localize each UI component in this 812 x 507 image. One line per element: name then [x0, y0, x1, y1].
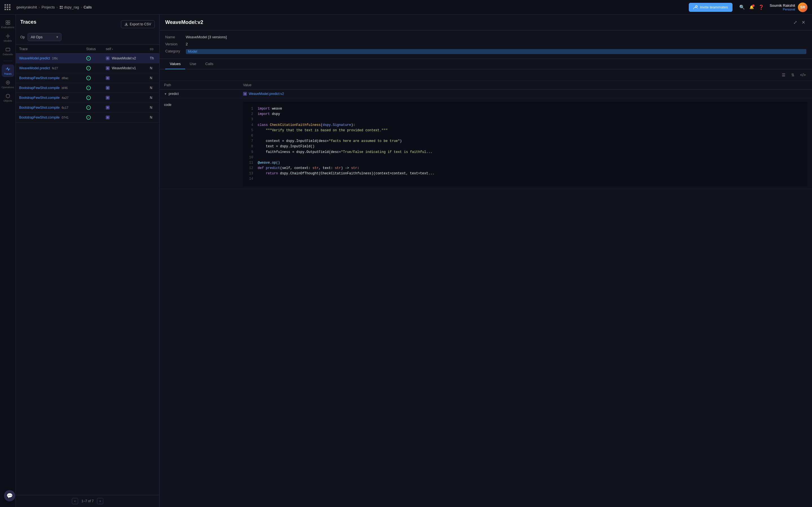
- table-row[interactable]: BootstrapFewShot.compile 6c17 ✓ ⊞ N: [16, 103, 159, 113]
- sidebar-item-traces[interactable]: Traces: [2, 64, 14, 77]
- main-layout: Evaluations Models Datasets Traces Opera…: [0, 15, 812, 507]
- chevron-down-icon[interactable]: ▼: [164, 93, 167, 96]
- topnav: geekyrakshit › Projects › dspy_rag › Cal…: [0, 0, 812, 15]
- trace-name-link[interactable]: BootstrapFewShot.compile: [19, 115, 59, 119]
- trace-name-link[interactable]: WeaveModel.predict: [19, 66, 50, 70]
- list-view-button[interactable]: ☰: [780, 71, 787, 78]
- trace-name-link[interactable]: BootstrapFewShot.compile: [19, 86, 59, 90]
- name-label: Name: [165, 35, 180, 39]
- chat-button[interactable]: 💬: [4, 490, 15, 501]
- sidebar-item-models[interactable]: Models: [2, 32, 14, 44]
- line-number: 11: [248, 160, 253, 166]
- code-line: 9 faithfulness = dspy.OutputField(desc="…: [248, 150, 803, 155]
- predict-row: ▼ predict ⊞ WeaveModel.predict:v2: [160, 90, 812, 98]
- code-line: 13 return dspy.ChainOfThought(CheckCitat…: [248, 171, 803, 176]
- self-cell: ⊞: [102, 113, 147, 122]
- models-label: Models: [4, 40, 12, 42]
- sidebar-item-operations[interactable]: Operations: [2, 78, 14, 91]
- tab-calls[interactable]: Calls: [201, 59, 218, 69]
- export-csv-button[interactable]: Export to CSV: [121, 20, 155, 28]
- tab-values[interactable]: Values: [165, 59, 185, 69]
- next-page-button[interactable]: ›: [97, 498, 103, 504]
- col-trace: Trace: [16, 45, 83, 54]
- trace-hash: d8ac: [62, 76, 68, 80]
- help-icon[interactable]: ❓: [758, 4, 764, 10]
- tab-use[interactable]: Use: [185, 59, 201, 69]
- sidebar-item-objects[interactable]: Objects: [2, 92, 14, 104]
- project-link[interactable]: dspy_rag: [59, 5, 79, 9]
- self-model-icon: ⊞: [106, 86, 110, 90]
- code-line: 10: [248, 155, 803, 160]
- self-cell: ⊞: [102, 83, 147, 93]
- table-row[interactable]: WeaveModel.predict 1f8c ✓ ⊞ WeaveModel:v…: [16, 54, 159, 63]
- col-status: Status: [83, 45, 102, 54]
- workspace-link[interactable]: geekyrakshit: [16, 5, 37, 9]
- close-button[interactable]: ✕: [801, 18, 806, 26]
- trace-hash: 4a27: [62, 96, 68, 100]
- svg-rect-1: [61, 6, 63, 7]
- path-col-header: Path: [164, 83, 243, 87]
- line-number: 1: [248, 106, 253, 112]
- svg-rect-5: [8, 20, 10, 22]
- predict-value-text[interactable]: WeaveModel.predict:v2: [249, 92, 284, 96]
- line-content: """Verify that the text is based on the …: [258, 128, 388, 133]
- trace-name-link[interactable]: BootstrapFewShot.compile: [19, 96, 59, 100]
- notifications-icon[interactable]: 🔔: [749, 5, 754, 9]
- trace-name-link[interactable]: BootstrapFewShot.compile: [19, 106, 59, 110]
- detail-panel: WeaveModel:v2 ⤢ ✕ Name WeaveModel [3 ver…: [160, 15, 812, 507]
- invite-teammates-button[interactable]: Invite teammates: [689, 3, 732, 12]
- code-section: 1import weave2import dspy34class CheckCi…: [243, 102, 808, 186]
- line-number: 10: [248, 155, 253, 160]
- code-line: 12def predict(self, context: str, text: …: [248, 166, 803, 171]
- self-cell: ⊞: [102, 103, 147, 113]
- self-model-icon: ⊞: [106, 66, 110, 70]
- table-row[interactable]: BootstrapFewShot.compile 0741 ✓ ⊞ N: [16, 113, 159, 122]
- user-role: Personal: [770, 8, 795, 11]
- avatar[interactable]: SR: [798, 3, 808, 12]
- predict-label: predict: [168, 92, 179, 96]
- code-view-button[interactable]: </>: [799, 71, 808, 78]
- search-icon[interactable]: 🔍: [739, 4, 745, 10]
- expand-button[interactable]: ⤢: [792, 18, 798, 26]
- col-cell: Th: [147, 54, 159, 63]
- self-cell: ⊞: [102, 73, 147, 83]
- svg-rect-9: [6, 48, 10, 51]
- code-line: 14: [248, 176, 803, 182]
- table-row[interactable]: BootstrapFewShot.compile 4a27 ✓ ⊞ N: [16, 93, 159, 103]
- detail-toolbar: ☰ ⇅ </>: [160, 69, 812, 81]
- code-line: 6: [248, 133, 803, 138]
- op-filter-select[interactable]: All Ops: [28, 33, 61, 41]
- sidebar-item-datasets[interactable]: Datasets: [2, 45, 14, 57]
- category-badge[interactable]: Model: [186, 49, 806, 54]
- col-cell: N: [147, 73, 159, 83]
- prev-page-button[interactable]: ‹: [72, 498, 78, 504]
- detail-meta: Name WeaveModel [3 versions] Version 2 C…: [160, 31, 812, 59]
- table-row[interactable]: BootstrapFewShot.compile bf46 ✓ ⊞ N: [16, 83, 159, 93]
- line-content: return dspy.ChainOfThought(CheckCitation…: [258, 171, 435, 176]
- self-cell: ⊞ WeaveModel:v1: [102, 63, 147, 73]
- expand-all-button[interactable]: ⇅: [790, 71, 796, 78]
- svg-rect-0: [60, 6, 61, 7]
- projects-link[interactable]: Projects: [42, 5, 55, 9]
- code-line: 7 context = dspy.InputField(desc="facts …: [248, 138, 803, 144]
- traces-header: Traces Export to CSV Op All Ops ▼: [16, 15, 159, 45]
- col-cell: N: [147, 93, 159, 103]
- table-footer: ‹ 1–7 of 7 ›: [16, 495, 159, 507]
- code-label: code: [164, 103, 171, 107]
- table-row[interactable]: WeaveModel.predict fe27 ✓ ⊞ WeaveModel:v…: [16, 63, 159, 73]
- value-col-header: Value: [243, 83, 808, 87]
- model-icon: ⊞: [243, 92, 247, 96]
- line-number: 3: [248, 117, 253, 122]
- line-number: 5: [248, 128, 253, 133]
- line-content: text = dspy.InputField(): [258, 144, 315, 149]
- table-row[interactable]: BootstrapFewShot.compile d8ac ✓ ⊞ N: [16, 73, 159, 83]
- version-value: 2: [186, 42, 806, 46]
- sidebar-item-evaluations[interactable]: Evaluations: [2, 18, 14, 31]
- predict-path: ▼ predict: [164, 92, 243, 96]
- status-ok-icon: ✓: [86, 105, 91, 110]
- datasets-label: Datasets: [3, 53, 13, 56]
- values-table-header: Path Value: [160, 81, 812, 90]
- objects-label: Objects: [3, 100, 12, 102]
- trace-name-link[interactable]: BootstrapFewShot.compile: [19, 76, 59, 80]
- trace-name-link[interactable]: WeaveModel.predict: [19, 56, 50, 60]
